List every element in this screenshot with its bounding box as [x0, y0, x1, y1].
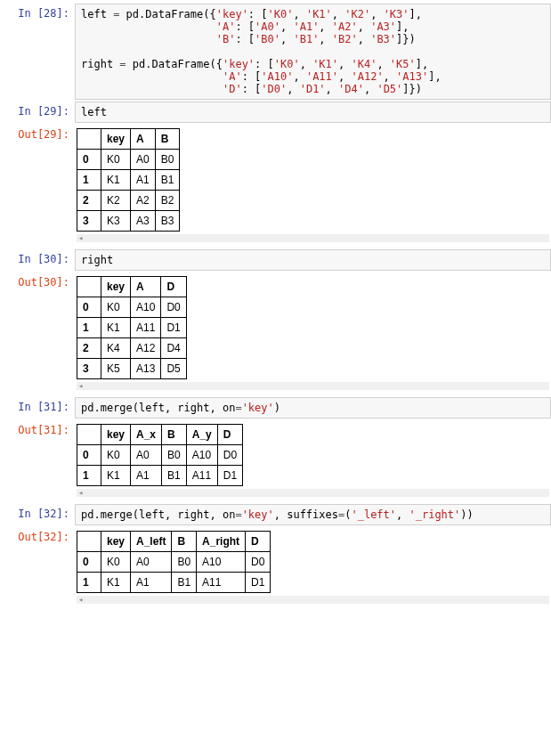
column-header: D	[246, 532, 271, 552]
row-index: 0	[77, 297, 101, 318]
table-row: 2K2A2B2	[77, 191, 180, 211]
column-header: A	[131, 129, 156, 150]
horizontal-scrollbar[interactable]: ◂	[77, 382, 549, 390]
output-area: keyA_xBA_yD0K0A0B0A10D01K1A1B1A11D1◂	[75, 420, 551, 502]
out-prompt: Out[30]:	[0, 272, 75, 395]
row-index: 1	[77, 318, 101, 338]
table-cell: D1	[217, 466, 242, 486]
code-input[interactable]: left	[75, 102, 551, 123]
table-row: 1K1A1B1	[77, 170, 180, 191]
table-cell: B3	[155, 211, 180, 232]
input-cell: In [30]:right	[0, 249, 551, 271]
table-cell: A3	[131, 211, 156, 232]
table-corner	[77, 129, 101, 150]
table-cell: A10	[197, 552, 246, 573]
table-cell: K1	[101, 573, 131, 593]
code-input[interactable]: right	[75, 249, 551, 271]
table-cell: B1	[172, 573, 197, 593]
table-cell: K0	[101, 297, 131, 318]
table-corner	[77, 532, 101, 552]
table-cell: B1	[162, 466, 187, 486]
table-cell: D0	[161, 297, 186, 318]
table-cell: B0	[155, 150, 180, 170]
table-cell: A2	[131, 191, 156, 211]
scroll-left-icon: ◂	[78, 381, 83, 390]
code-input[interactable]: pd.merge(left, right, on='key')	[75, 397, 551, 419]
column-header: B	[172, 532, 197, 552]
in-prompt: In [28]:	[0, 4, 75, 100]
table-row: 0K0A0B0A10D0	[77, 445, 243, 466]
output-cell: Out[29]:keyAB0K0A0B01K1A1B12K2A2B23K3A3B…	[0, 125, 551, 248]
input-cell: In [28]:left = pd.DataFrame({'key': ['K0…	[0, 4, 551, 100]
row-index: 3	[77, 359, 101, 379]
table-cell: A1	[131, 466, 162, 486]
table-cell: A0	[131, 552, 172, 573]
out-prompt: Out[29]:	[0, 125, 75, 248]
column-header: D	[217, 425, 242, 445]
column-header: key	[101, 277, 131, 297]
scroll-left-icon: ◂	[78, 595, 83, 604]
table-cell: D5	[161, 359, 186, 379]
row-index: 1	[77, 466, 101, 486]
column-header: A_left	[131, 532, 172, 552]
output-cell: Out[30]:keyAD0K0A10D01K1A11D12K4A12D43K5…	[0, 272, 551, 395]
input-cell: In [31]:pd.merge(left, right, on='key')	[0, 397, 551, 419]
table-row: 1K1A11D1	[77, 318, 187, 338]
code-input[interactable]: pd.merge(left, right, on='key', suffixes…	[75, 504, 551, 525]
table-cell: B0	[172, 552, 197, 573]
table-corner	[77, 425, 101, 445]
column-header: A_x	[131, 425, 162, 445]
column-header: B	[162, 425, 187, 445]
table-cell: A13	[131, 359, 161, 379]
horizontal-scrollbar[interactable]: ◂	[77, 234, 549, 242]
output-area: keyAD0K0A10D01K1A11D12K4A12D43K5A13D5◂	[75, 272, 551, 395]
table-cell: K2	[101, 191, 131, 211]
table-cell: B0	[162, 445, 187, 466]
code-input[interactable]: left = pd.DataFrame({'key': ['K0', 'K1',…	[75, 4, 551, 100]
table-cell: A11	[131, 318, 161, 338]
in-prompt: In [30]:	[0, 249, 75, 271]
out-prompt: Out[31]:	[0, 420, 75, 502]
horizontal-scrollbar[interactable]: ◂	[77, 596, 549, 604]
in-prompt: In [32]:	[0, 504, 75, 525]
table-cell: A10	[131, 297, 161, 318]
row-index: 0	[77, 150, 101, 170]
table-cell: K1	[101, 466, 131, 486]
table-row: 1K1A1B1A11D1	[77, 466, 243, 486]
row-index: 1	[77, 573, 101, 593]
table-cell: K5	[101, 359, 131, 379]
output-cell: Out[32]:keyA_leftBA_rightD0K0A0B0A10D01K…	[0, 527, 551, 609]
row-index: 0	[77, 445, 101, 466]
table-cell: K3	[101, 211, 131, 232]
table-cell: D0	[217, 445, 242, 466]
table-row: 0K0A0B0	[77, 150, 180, 170]
table-row: 0K0A0B0A10D0	[77, 552, 271, 573]
input-cell: In [32]:pd.merge(left, right, on='key', …	[0, 504, 551, 525]
table-row: 0K0A10D0	[77, 297, 187, 318]
row-index: 2	[77, 338, 101, 359]
in-prompt: In [29]:	[0, 102, 75, 123]
table-cell: D4	[161, 338, 186, 359]
column-header: key	[101, 532, 131, 552]
table-cell: D1	[161, 318, 186, 338]
table-cell: A11	[186, 466, 217, 486]
table-cell: K4	[101, 338, 131, 359]
dataframe-table: keyAD0K0A10D01K1A11D12K4A12D43K5A13D5	[77, 276, 187, 379]
dataframe-table: keyA_leftBA_rightD0K0A0B0A10D01K1A1B1A11…	[77, 531, 271, 593]
table-cell: A1	[131, 573, 172, 593]
table-corner	[77, 277, 101, 297]
dataframe-table: keyAB0K0A0B01K1A1B12K2A2B23K3A3B3	[77, 128, 180, 232]
column-header: A_right	[197, 532, 246, 552]
table-cell: A10	[186, 445, 217, 466]
row-index: 0	[77, 552, 101, 573]
table-cell: D0	[246, 552, 271, 573]
input-cell: In [29]:left	[0, 102, 551, 123]
table-cell: K0	[101, 150, 131, 170]
in-prompt: In [31]:	[0, 397, 75, 419]
horizontal-scrollbar[interactable]: ◂	[77, 489, 549, 497]
table-cell: A0	[131, 445, 162, 466]
table-cell: D1	[246, 573, 271, 593]
column-header: A	[131, 277, 161, 297]
table-cell: K1	[101, 318, 131, 338]
table-cell: K0	[101, 552, 131, 573]
